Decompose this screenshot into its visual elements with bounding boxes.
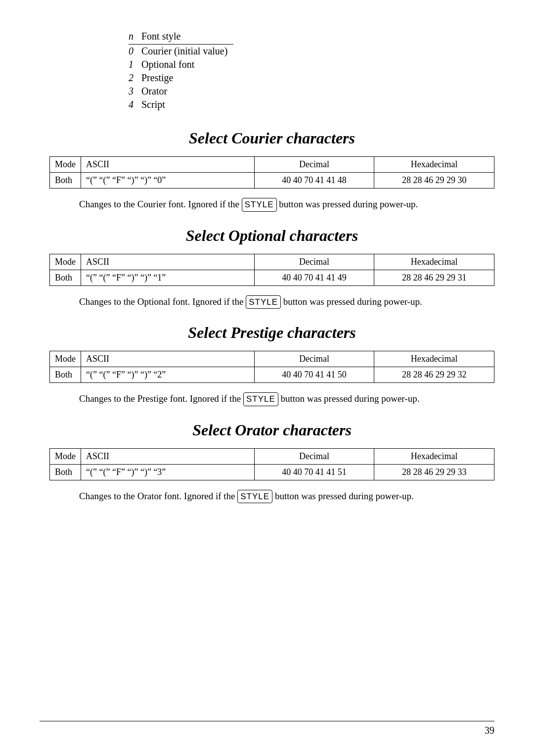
prestige-row-ascii: “(” “(” “F” “)” “)” “2” bbox=[81, 367, 255, 383]
section-orator-title: Select Orator characters bbox=[49, 421, 494, 439]
font-style-n-header: n bbox=[129, 30, 141, 45]
orator-description: Changes to the Orator font. Ignored if t… bbox=[79, 489, 494, 504]
courier-header-decimal: Decimal bbox=[254, 157, 374, 173]
font-style-row-0-label: Courier (initial value) bbox=[141, 45, 233, 58]
courier-row-hex: 28 28 46 29 29 30 bbox=[374, 173, 494, 189]
prestige-style-button: STYLE bbox=[243, 392, 278, 406]
prestige-desc-end: button was pressed during power-up. bbox=[281, 393, 420, 404]
page-number: 39 bbox=[485, 725, 494, 736]
courier-desc-text: Changes to the Courier font. Ignored if … bbox=[79, 199, 239, 209]
orator-style-button: STYLE bbox=[237, 490, 272, 504]
section-optional-title: Select Optional characters bbox=[49, 227, 494, 245]
font-style-row-2-label: Prestige bbox=[141, 71, 233, 85]
orator-row-hex: 28 28 46 29 29 33 bbox=[374, 464, 494, 480]
section-courier-title: Select Courier characters bbox=[49, 129, 494, 147]
optional-style-button: STYLE bbox=[246, 295, 281, 309]
optional-header-decimal: Decimal bbox=[254, 254, 374, 270]
section-courier: Select Courier characters Mode ASCII Dec… bbox=[49, 129, 494, 212]
table-row: Both “(” “(” “F” “)” “)” “3” 40 40 70 41… bbox=[50, 464, 494, 480]
section-orator-table: Mode ASCII Decimal Hexadecimal Both “(” … bbox=[49, 448, 494, 480]
orator-desc-text: Changes to the Orator font. Ignored if t… bbox=[79, 491, 235, 501]
courier-desc-end: button was pressed during power-up. bbox=[279, 199, 418, 209]
optional-row-hex: 28 28 46 29 29 31 bbox=[374, 270, 494, 285]
prestige-desc-text: Changes to the Prestige font. Ignored if… bbox=[79, 393, 241, 404]
optional-desc-text: Changes to the Optional font. Ignored if… bbox=[79, 296, 243, 307]
courier-row-ascii: “(” “(” “F” “)” “)” “0” bbox=[81, 173, 255, 189]
prestige-row-decimal: 40 40 70 41 41 50 bbox=[254, 367, 374, 383]
optional-row-decimal: 40 40 70 41 41 49 bbox=[254, 270, 374, 285]
orator-row-ascii: “(” “(” “F” “)” “)” “3” bbox=[81, 464, 255, 480]
table-row: Both “(” “(” “F” “)” “)” “1” 40 40 70 41… bbox=[50, 270, 494, 285]
optional-header-mode: Mode bbox=[50, 254, 81, 270]
prestige-header-decimal: Decimal bbox=[254, 351, 374, 367]
font-style-row-0-n: 0 bbox=[129, 45, 141, 58]
optional-description: Changes to the Optional font. Ignored if… bbox=[79, 295, 494, 309]
section-orator: Select Orator characters Mode ASCII Deci… bbox=[49, 421, 494, 504]
table-row: Both “(” “(” “F” “)” “)” “2” 40 40 70 41… bbox=[50, 367, 494, 383]
table-row: Both “(” “(” “F” “)” “)” “0” 40 40 70 41… bbox=[50, 173, 494, 189]
optional-header-ascii: ASCII bbox=[81, 254, 255, 270]
optional-row-mode: Both bbox=[50, 270, 81, 285]
font-style-row-1-n: 1 bbox=[129, 58, 141, 71]
optional-desc-end: button was pressed during power-up. bbox=[283, 296, 422, 307]
orator-header-mode: Mode bbox=[50, 448, 81, 464]
prestige-header-mode: Mode bbox=[50, 351, 81, 367]
courier-header-hex: Hexadecimal bbox=[374, 157, 494, 173]
orator-header-decimal: Decimal bbox=[254, 448, 374, 464]
section-prestige-title: Select Prestige characters bbox=[49, 324, 494, 342]
font-style-row-1-label: Optional font bbox=[141, 58, 233, 71]
courier-style-button: STYLE bbox=[242, 198, 277, 212]
section-optional: Select Optional characters Mode ASCII De… bbox=[49, 227, 494, 309]
courier-description: Changes to the Courier font. Ignored if … bbox=[79, 197, 494, 212]
courier-header-mode: Mode bbox=[50, 157, 81, 173]
orator-desc-end: button was pressed during power-up. bbox=[275, 491, 414, 501]
prestige-row-hex: 28 28 46 29 29 32 bbox=[374, 367, 494, 383]
orator-row-mode: Both bbox=[50, 464, 81, 480]
prestige-row-mode: Both bbox=[50, 367, 81, 383]
orator-header-ascii: ASCII bbox=[81, 448, 255, 464]
font-style-row-4-label: Script bbox=[141, 98, 233, 111]
orator-row-decimal: 40 40 70 41 41 51 bbox=[254, 464, 374, 480]
courier-header-ascii: ASCII bbox=[81, 157, 255, 173]
prestige-header-hex: Hexadecimal bbox=[374, 351, 494, 367]
font-style-table: n Font style 0 Courier (initial value) 1… bbox=[129, 30, 494, 111]
section-courier-table: Mode ASCII Decimal Hexadecimal Both “(” … bbox=[49, 156, 494, 189]
courier-row-decimal: 40 40 70 41 41 48 bbox=[254, 173, 374, 189]
courier-row-mode: Both bbox=[50, 173, 81, 189]
font-style-row-4-n: 4 bbox=[129, 98, 141, 111]
prestige-description: Changes to the Prestige font. Ignored if… bbox=[79, 392, 494, 406]
font-style-row-3-n: 3 bbox=[129, 85, 141, 98]
font-style-row-2-n: 2 bbox=[129, 71, 141, 85]
section-prestige: Select Prestige characters Mode ASCII De… bbox=[49, 324, 494, 406]
prestige-header-ascii: ASCII bbox=[81, 351, 255, 367]
font-style-label-header: Font style bbox=[141, 30, 233, 45]
orator-header-hex: Hexadecimal bbox=[374, 448, 494, 464]
font-style-row-3-label: Orator bbox=[141, 85, 233, 98]
section-optional-table: Mode ASCII Decimal Hexadecimal Both “(” … bbox=[49, 254, 494, 286]
section-prestige-table: Mode ASCII Decimal Hexadecimal Both “(” … bbox=[49, 351, 494, 383]
bottom-rule bbox=[40, 721, 494, 721]
optional-row-ascii: “(” “(” “F” “)” “)” “1” bbox=[81, 270, 255, 285]
optional-header-hex: Hexadecimal bbox=[374, 254, 494, 270]
